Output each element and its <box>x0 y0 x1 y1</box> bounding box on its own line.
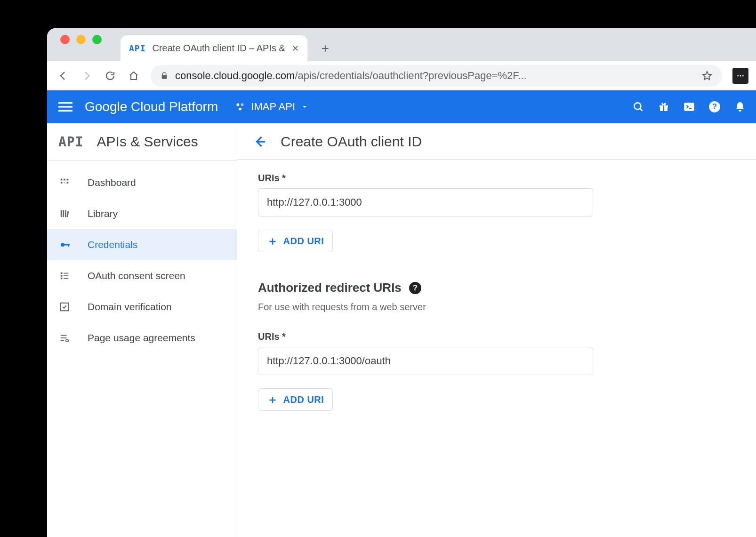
main-header: Create OAuth client ID <box>237 123 756 160</box>
sidebar-item-label: OAuth consent screen <box>88 270 185 281</box>
library-icon <box>59 208 72 219</box>
svg-rect-9 <box>663 105 664 111</box>
notifications-icon[interactable] <box>733 100 747 113</box>
extension-button[interactable]: ⋯ <box>732 68 748 84</box>
url-path: /apis/credentials/oauthclient?previousPa… <box>295 70 526 81</box>
main: Create OAuth client ID URIs * ＋ ADD URI … <box>237 123 756 537</box>
tab-favicon-icon: API <box>129 43 146 53</box>
svg-rect-24 <box>64 244 70 246</box>
gcp-logo-rest: Cloud Platform <box>127 99 218 114</box>
consent-icon <box>59 271 72 281</box>
svg-rect-16 <box>61 182 63 184</box>
forward-button <box>80 69 93 82</box>
sidebar: API APIs & Services Dashboard Library <box>47 123 237 537</box>
svg-rect-0 <box>58 102 72 104</box>
back-arrow-icon[interactable] <box>253 135 267 149</box>
svg-point-5 <box>239 108 241 111</box>
add-uri-button-2[interactable]: ＋ ADD URI <box>258 388 333 411</box>
svg-rect-14 <box>64 179 65 181</box>
redirect-uri-input[interactable] <box>258 347 593 375</box>
project-picker[interactable]: IMAP API <box>235 101 308 113</box>
svg-rect-18 <box>67 182 69 184</box>
sidebar-item-label: Credentials <box>88 239 137 250</box>
sidebar-item-label: Domain verification <box>88 301 172 313</box>
close-window-button[interactable] <box>60 35 70 44</box>
svg-rect-33 <box>61 335 67 336</box>
dashboard-icon <box>59 177 72 188</box>
form-area: URIs * ＋ ADD URI Authorized redirect URI… <box>237 160 614 458</box>
content-area: API APIs & Services Dashboard Library <box>47 123 756 537</box>
svg-rect-21 <box>65 210 66 217</box>
gcp-logo-google: Google <box>85 99 127 114</box>
gcp-header: Google Cloud Platform IMAP API ? <box>47 90 756 123</box>
js-origin-uri-input[interactable] <box>258 188 593 216</box>
svg-rect-26 <box>61 273 63 274</box>
svg-point-23 <box>61 243 64 247</box>
url-host: console.cloud.google.com <box>175 70 295 81</box>
check-icon <box>59 302 72 312</box>
svg-point-36 <box>66 339 69 342</box>
sidebar-item-credentials[interactable]: Credentials <box>47 229 237 260</box>
reload-button[interactable] <box>104 69 117 82</box>
svg-point-4 <box>241 103 244 106</box>
svg-rect-22 <box>66 211 69 217</box>
svg-rect-15 <box>67 179 69 181</box>
search-icon[interactable] <box>632 100 645 113</box>
sidebar-item-library[interactable]: Library <box>47 198 237 229</box>
window-controls <box>56 28 102 61</box>
hamburger-menu-icon[interactable] <box>58 100 72 114</box>
svg-point-6 <box>634 103 641 109</box>
home-button[interactable] <box>127 69 140 82</box>
section-title: API APIs & Services <box>47 123 237 160</box>
nav: Dashboard Library Credentials <box>47 160 237 353</box>
svg-point-3 <box>237 103 240 106</box>
svg-rect-25 <box>68 244 69 247</box>
page-title: Create OAuth client ID <box>281 134 422 150</box>
add-uri-button-label: ADD URI <box>283 394 324 405</box>
authorized-redirect-section: URIs * ＋ ADD URI <box>258 331 593 411</box>
svg-text:?: ? <box>712 102 717 111</box>
authorized-redirect-heading: Authorized redirect URIs ? <box>258 281 593 295</box>
plus-icon: ＋ <box>267 392 279 407</box>
svg-rect-27 <box>61 275 63 277</box>
more-icon: ⋯ <box>737 71 744 80</box>
add-uri-button[interactable]: ＋ ADD URI <box>258 230 333 252</box>
close-tab-icon[interactable]: ✕ <box>292 43 299 54</box>
svg-rect-19 <box>61 210 62 217</box>
uris-label: URIs * <box>258 173 593 184</box>
bookmark-star-icon[interactable] <box>701 70 713 81</box>
authorized-js-origins-section: URIs * ＋ ADD URI <box>258 173 593 252</box>
help-icon[interactable]: ? <box>708 100 721 113</box>
svg-rect-29 <box>64 273 68 274</box>
sidebar-item-dashboard[interactable]: Dashboard <box>47 167 237 198</box>
list-settings-icon <box>59 333 72 343</box>
minimize-window-button[interactable] <box>76 35 86 44</box>
address-bar[interactable]: console.cloud.google.com/apis/credential… <box>151 65 722 87</box>
svg-rect-35 <box>61 340 64 341</box>
svg-rect-32 <box>61 303 69 311</box>
project-icon <box>235 102 245 112</box>
lock-icon <box>160 72 169 80</box>
new-tab-button[interactable]: + <box>316 35 335 61</box>
tab-title: Create OAuth client ID – APIs & <box>153 43 285 54</box>
sidebar-item-oauth-consent[interactable]: OAuth consent screen <box>47 260 237 291</box>
svg-rect-28 <box>61 278 63 280</box>
svg-rect-17 <box>64 182 65 184</box>
help-tooltip-icon[interactable]: ? <box>409 282 421 294</box>
cloud-shell-icon[interactable] <box>683 100 696 113</box>
add-uri-button-label: ADD URI <box>283 236 324 247</box>
browser-tab[interactable]: API Create OAuth client ID – APIs & ✕ <box>121 35 307 61</box>
authorized-redirect-heading-text: Authorized redirect URIs <box>258 281 402 295</box>
sidebar-item-label: Page usage agreements <box>88 332 195 344</box>
plus-icon: ＋ <box>267 233 279 248</box>
gift-icon[interactable] <box>657 100 670 113</box>
tab-strip: API Create OAuth client ID – APIs & ✕ + <box>47 28 756 61</box>
gcp-logo: Google Cloud Platform <box>85 99 218 114</box>
section-title-text: APIs & Services <box>97 134 198 150</box>
maximize-window-button[interactable] <box>92 35 102 44</box>
sidebar-item-domain-verification[interactable]: Domain verification <box>47 291 237 322</box>
back-button[interactable] <box>56 69 70 82</box>
svg-rect-20 <box>63 210 64 217</box>
svg-rect-34 <box>61 337 67 338</box>
sidebar-item-page-usage[interactable]: Page usage agreements <box>47 322 237 353</box>
